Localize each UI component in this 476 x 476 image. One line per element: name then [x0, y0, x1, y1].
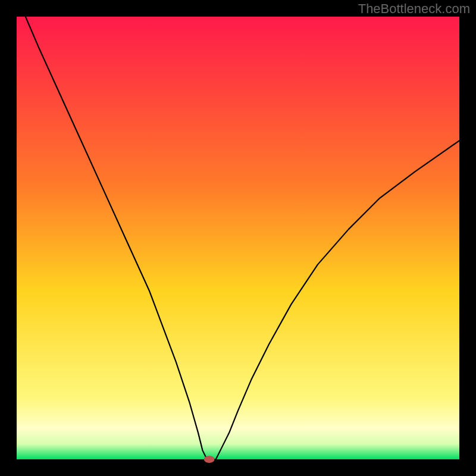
- optimal-point-marker: [204, 456, 215, 463]
- watermark-text: TheBottleneck.com: [358, 1, 470, 17]
- chart-container: TheBottleneck.com: [0, 0, 476, 476]
- plot-background: [17, 17, 459, 459]
- bottleneck-chart: [0, 0, 476, 476]
